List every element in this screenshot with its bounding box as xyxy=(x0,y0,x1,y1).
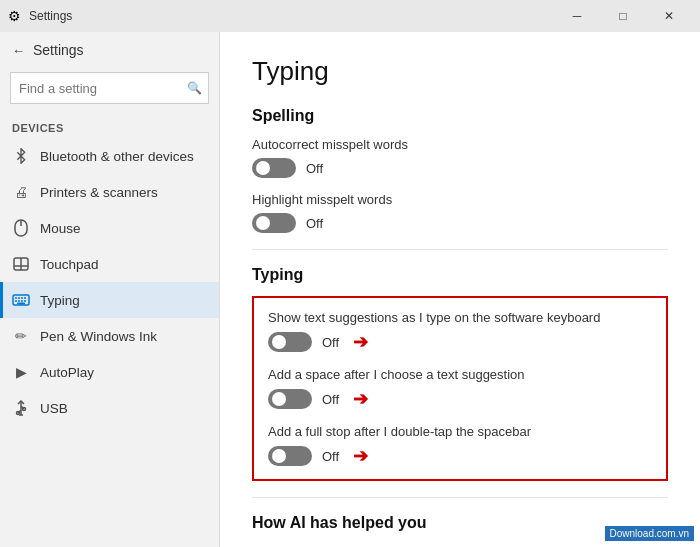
spacesuggestion-toggle-label: Off xyxy=(322,392,339,407)
autocorrect-label: Autocorrect misspelt words xyxy=(252,137,668,152)
spacesuggestion-toggle-knob xyxy=(272,392,286,406)
fullstop-toggle-label: Off xyxy=(322,449,339,464)
sidebar-item-pen[interactable]: ✏ Pen & Windows Ink xyxy=(0,318,219,354)
main-content: Typing Spelling Autocorrect misspelt wor… xyxy=(220,32,700,547)
autocorrect-toggle-row: Off xyxy=(252,158,668,178)
typing-highlight-box: Show text suggestions as I type on the s… xyxy=(252,296,668,481)
spacesuggestion-setting: Add a space after I choose a text sugges… xyxy=(268,367,652,410)
textsuggestions-setting: Show text suggestions as I type on the s… xyxy=(268,310,652,353)
autocorrect-toggle-knob xyxy=(256,161,270,175)
arrow-2: ➔ xyxy=(353,388,368,410)
typing-section-title: Typing xyxy=(252,266,668,284)
sidebar-item-printers[interactable]: 🖨 Printers & scanners xyxy=(0,174,219,210)
page-title: Typing xyxy=(252,56,668,87)
sidebar-item-mouse[interactable]: Mouse xyxy=(0,210,219,246)
sidebar-item-bluetooth[interactable]: Bluetooth & other devices xyxy=(0,138,219,174)
autocorrect-setting: Autocorrect misspelt words Off xyxy=(252,137,668,178)
usb-icon xyxy=(12,399,30,417)
title-bar-left: ⚙ Settings xyxy=(8,8,72,24)
printers-label: Printers & scanners xyxy=(40,185,158,200)
watermark: Download.com.vn xyxy=(605,526,694,541)
minimize-button[interactable]: ─ xyxy=(554,0,600,32)
fullstop-toggle-knob xyxy=(272,449,286,463)
app-container: ← Settings 🔍 Devices Bluetooth & other d… xyxy=(0,32,700,547)
autocorrect-toggle-label: Off xyxy=(306,161,323,176)
textsuggestions-toggle-row: Off ➔ xyxy=(268,331,652,353)
title-bar-controls: ─ □ ✕ xyxy=(554,0,692,32)
touchpad-icon xyxy=(12,255,30,273)
fullstop-label: Add a full stop after I double-tap the s… xyxy=(268,424,652,439)
spacesuggestion-toggle[interactable] xyxy=(268,389,312,409)
textsuggestions-toggle[interactable] xyxy=(268,332,312,352)
highlight-setting: Highlight misspelt words Off xyxy=(252,192,668,233)
sidebar-item-usb[interactable]: USB xyxy=(0,390,219,426)
typing-label: Typing xyxy=(40,293,80,308)
typing-divider xyxy=(252,497,668,498)
mouse-icon xyxy=(12,219,30,237)
close-button[interactable]: ✕ xyxy=(646,0,692,32)
spacesuggestion-label: Add a space after I choose a text sugges… xyxy=(268,367,652,382)
spacesuggestion-toggle-row: Off ➔ xyxy=(268,388,652,410)
search-box[interactable]: 🔍 xyxy=(10,72,209,104)
highlight-toggle[interactable] xyxy=(252,213,296,233)
settings-icon: ⚙ xyxy=(8,8,21,24)
search-input[interactable] xyxy=(19,81,187,96)
autoplay-icon: ▶ xyxy=(12,363,30,381)
search-icon: 🔍 xyxy=(187,81,202,95)
fullstop-toggle-row: Off ➔ xyxy=(268,445,652,467)
printer-icon: 🖨 xyxy=(12,183,30,201)
maximize-button[interactable]: □ xyxy=(600,0,646,32)
arrow-1: ➔ xyxy=(353,331,368,353)
sidebar-section-label: Devices xyxy=(0,114,219,138)
touchpad-label: Touchpad xyxy=(40,257,99,272)
spelling-section-title: Spelling xyxy=(252,107,668,125)
sidebar-back-label: Settings xyxy=(33,42,84,58)
autocorrect-toggle[interactable] xyxy=(252,158,296,178)
keyboard-icon xyxy=(12,291,30,309)
highlight-toggle-label: Off xyxy=(306,216,323,231)
back-icon: ← xyxy=(12,43,25,58)
mouse-label: Mouse xyxy=(40,221,81,236)
usb-label: USB xyxy=(40,401,68,416)
highlight-label: Highlight misspelt words xyxy=(252,192,668,207)
title-bar-title: Settings xyxy=(29,9,72,23)
autoplay-label: AutoPlay xyxy=(40,365,94,380)
textsuggestions-toggle-knob xyxy=(272,335,286,349)
arrow-3: ➔ xyxy=(353,445,368,467)
highlight-toggle-knob xyxy=(256,216,270,230)
bluetooth-icon xyxy=(12,147,30,165)
spelling-divider xyxy=(252,249,668,250)
sidebar-back-button[interactable]: ← Settings xyxy=(0,32,219,68)
bluetooth-label: Bluetooth & other devices xyxy=(40,149,194,164)
sidebar: ← Settings 🔍 Devices Bluetooth & other d… xyxy=(0,32,220,547)
highlight-toggle-row: Off xyxy=(252,213,668,233)
title-bar: ⚙ Settings ─ □ ✕ xyxy=(0,0,700,32)
textsuggestions-label: Show text suggestions as I type on the s… xyxy=(268,310,652,325)
fullstop-setting: Add a full stop after I double-tap the s… xyxy=(268,424,652,467)
fullstop-toggle[interactable] xyxy=(268,446,312,466)
pen-label: Pen & Windows Ink xyxy=(40,329,157,344)
textsuggestions-toggle-label: Off xyxy=(322,335,339,350)
sidebar-item-typing[interactable]: Typing xyxy=(0,282,219,318)
sidebar-item-autoplay[interactable]: ▶ AutoPlay xyxy=(0,354,219,390)
pen-icon: ✏ xyxy=(12,327,30,345)
sidebar-item-touchpad[interactable]: Touchpad xyxy=(0,246,219,282)
